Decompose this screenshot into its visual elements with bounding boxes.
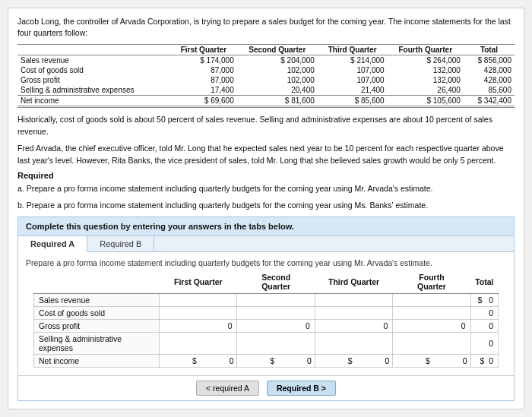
pf-cell-gross-q3: 0 — [315, 319, 392, 332]
cell-q4: 132,000 — [388, 75, 464, 85]
pf-total-sales: $ 0 — [470, 293, 498, 306]
required-label: Required — [17, 171, 515, 180]
cell-total-net: $ 342,400 — [464, 96, 515, 107]
pf-label-sales: Sales revenue — [34, 293, 160, 306]
col-header-q4: Fourth Quarter — [388, 45, 464, 55]
pf-cell-sales-q1[interactable] — [160, 293, 237, 306]
pf-total-net: $ 0 — [470, 354, 498, 367]
cell-q2: $ 204,000 — [237, 55, 318, 66]
pf-col-total: Total — [470, 270, 498, 294]
pf-input-cogs-q3[interactable] — [315, 307, 392, 319]
table-row: Sales revenue $ 174,000 $ 204,000 $ 214,… — [17, 55, 515, 66]
pf-cell-net-q3: $ — [315, 354, 392, 367]
cell-q2: 102,000 — [237, 75, 318, 85]
cell-total: 428,000 — [464, 65, 515, 75]
pf-input-selling-q3[interactable] — [315, 337, 392, 349]
pf-label-net: Net income — [34, 354, 160, 367]
cell-q1: $ 174,000 — [170, 55, 237, 66]
pf-input-net-q1[interactable] — [203, 356, 233, 365]
pf-input-sales-q3[interactable] — [315, 294, 392, 306]
pf-input-net-q3[interactable] — [359, 356, 389, 365]
cell-total: 85,600 — [464, 85, 515, 96]
cell-q3: 107,000 — [318, 75, 388, 85]
complete-banner: Complete this question by entering your … — [17, 216, 515, 236]
pf-input-selling-q1[interactable] — [160, 337, 236, 349]
cell-q4-net: $ 105,600 — [388, 96, 464, 107]
pf-label-gross: Gross profit — [34, 319, 160, 332]
pf-total-cogs: 0 — [470, 306, 498, 319]
table-row: Selling & administrative expenses 17,400… — [17, 85, 515, 96]
pf-cell-selling-q4[interactable] — [393, 332, 470, 354]
pf-input-sales-q2[interactable] — [237, 294, 314, 306]
pf-col-q1: First Quarter — [160, 270, 237, 294]
pf-cell-net-q1: $ — [160, 354, 237, 367]
next-tab-button[interactable]: Required B > — [267, 381, 336, 396]
pf-cell-selling-q3[interactable] — [315, 332, 392, 354]
pf-cell-sales-q4[interactable] — [393, 293, 470, 306]
pf-cell-net-q2: $ — [237, 354, 315, 367]
pf-input-selling-q4[interactable] — [393, 337, 470, 349]
pf-col-q3: Third Quarter — [315, 270, 392, 294]
pf-cell-selling-q1[interactable] — [160, 332, 237, 354]
cell-q1: 87,000 — [170, 75, 237, 85]
col-header-q1: First Quarter — [170, 45, 237, 55]
pf-cell-cogs-q4[interactable] — [393, 306, 470, 319]
tabs-container: Required A Required B Prepare a pro form… — [17, 236, 515, 401]
pf-cell-sales-q3[interactable] — [315, 293, 392, 306]
pf-col-q4: FourthQuarter — [393, 270, 470, 294]
row-label: Gross profit — [17, 75, 170, 85]
pf-input-cogs-q2[interactable] — [237, 307, 314, 319]
pf-cell-selling-q2[interactable] — [237, 332, 315, 354]
pf-input-net-q2[interactable] — [281, 356, 312, 365]
body-text-2: Fred Arvada, the chief executive officer… — [17, 143, 515, 167]
row-label-net-income: Net income — [17, 96, 170, 107]
row-label: Cost of goods sold — [17, 65, 170, 75]
tab-required-a[interactable]: Required A — [18, 236, 87, 252]
pf-row-cogs: Cost of goods sold 0 — [34, 306, 499, 319]
pf-cell-sales-q2[interactable] — [237, 293, 315, 306]
pf-cell-gross-q4: 0 — [393, 319, 470, 332]
pf-cell-gross-q1: 0 — [160, 319, 237, 332]
pf-input-net-q4[interactable] — [437, 356, 467, 365]
cell-total: $ 856,000 — [464, 55, 515, 66]
cell-q3: 107,000 — [318, 65, 388, 75]
cell-q2-net: $ 81,600 — [237, 96, 318, 107]
body-text-1: Historically, cost of goods sold is abou… — [17, 114, 515, 138]
cell-q2: 20,400 — [237, 85, 318, 96]
pf-col-label — [34, 270, 160, 294]
pf-cell-cogs-q1[interactable] — [160, 306, 237, 319]
pf-cell-cogs-q3[interactable] — [315, 306, 392, 319]
cell-q1-net: $ 69,600 — [170, 96, 237, 107]
cell-q4: $ 264,000 — [388, 55, 464, 66]
pf-input-sales-q4[interactable] — [393, 294, 470, 306]
pf-row-net: Net income $ $ $ $ $ 0 — [34, 354, 499, 367]
pf-cell-cogs-q2[interactable] — [237, 306, 315, 319]
pf-cell-gross-q2: 0 — [237, 319, 315, 332]
pf-input-sales-q1[interactable] — [160, 294, 236, 306]
pro-forma-table-wrapper: First Quarter SecondQuarter Third Quarte… — [18, 270, 514, 372]
pf-total-selling: 0 — [470, 332, 498, 354]
cell-q3: $ 214,000 — [318, 55, 388, 66]
tab-description: Prepare a pro forma income statement inc… — [18, 252, 514, 270]
pf-label-selling: Selling & administrative expenses — [34, 332, 160, 354]
req-b-text: b. Prepare a pro forma income statement … — [17, 200, 515, 212]
cell-total: 428,000 — [464, 75, 515, 85]
table-row: Gross profit 87,000 102,000 107,000 132,… — [17, 75, 515, 85]
tabs-row: Required A Required B — [18, 236, 514, 252]
pro-forma-table: First Quarter SecondQuarter Third Quarte… — [33, 270, 499, 368]
pf-row-selling: Selling & administrative expenses 0 — [34, 332, 499, 354]
tab-required-b[interactable]: Required B — [87, 236, 154, 251]
cell-q3-net: $ 85,600 — [318, 96, 388, 107]
cell-q4: 132,000 — [388, 65, 464, 75]
prev-tab-button[interactable]: < required A — [196, 381, 259, 396]
table-row-net-income: Net income $ 69,600 $ 81,600 $ 85,600 $ … — [17, 96, 515, 107]
row-label: Sales revenue — [17, 55, 170, 66]
row-label: Selling & administrative expenses — [17, 85, 170, 96]
cell-q2: 102,000 — [237, 65, 318, 75]
pf-col-q2: SecondQuarter — [237, 270, 315, 294]
intro-text: Jacob Long, the controller of Arvada Cor… — [17, 16, 515, 38]
pf-input-cogs-q1[interactable] — [160, 307, 236, 319]
pf-input-cogs-q4[interactable] — [393, 307, 470, 319]
pf-label-cogs: Cost of goods sold — [34, 306, 160, 319]
pf-input-selling-q2[interactable] — [237, 337, 314, 349]
